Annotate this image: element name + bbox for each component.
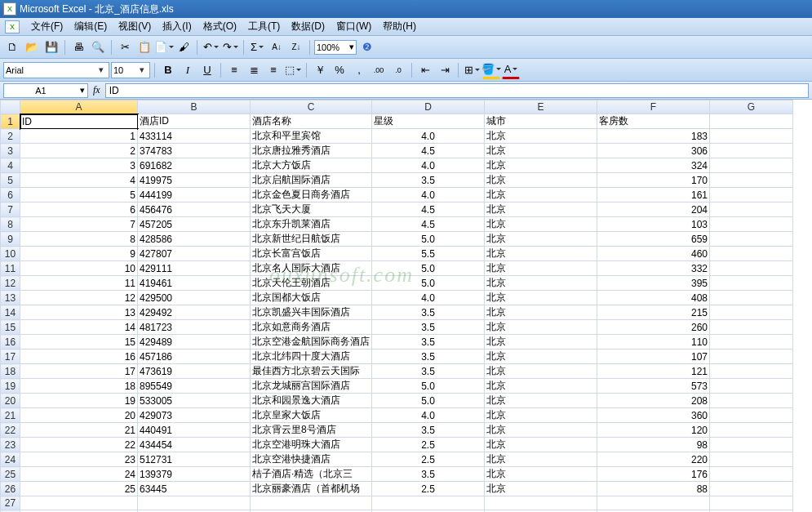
cell[interactable]: 440491 [138, 423, 251, 438]
sort-asc-icon[interactable]: A↓ [268, 38, 286, 56]
cell[interactable]: 434454 [138, 438, 251, 452]
fill-color-icon[interactable]: 🪣 [482, 61, 500, 79]
cell[interactable]: 19 [20, 394, 138, 408]
cell[interactable] [710, 452, 793, 467]
cell[interactable]: 573 [597, 379, 710, 394]
cell[interactable]: 北京 [485, 467, 597, 482]
underline-button[interactable]: U [198, 61, 216, 79]
cell[interactable]: 5.5 [372, 247, 485, 261]
align-right-icon[interactable]: ≡ [264, 61, 282, 79]
cell[interactable]: 456476 [138, 203, 251, 217]
cell[interactable]: 北京空港金航国际商务酒店 [251, 335, 372, 349]
cell[interactable] [710, 173, 793, 188]
cell[interactable] [710, 482, 793, 496]
undo-icon[interactable]: ↶ [202, 38, 220, 56]
chevron-down-icon[interactable]: ▾ [78, 85, 87, 96]
row-header[interactable]: 12 [1, 276, 20, 291]
menu-item[interactable]: 数据(D) [286, 18, 330, 35]
cell[interactable] [710, 349, 793, 364]
cell[interactable]: 4.5 [372, 203, 485, 217]
cell[interactable] [485, 496, 597, 510]
increase-decimal-icon[interactable]: .00 [370, 61, 388, 79]
cell[interactable]: 北京 [485, 129, 597, 144]
cell[interactable]: 176 [597, 467, 710, 482]
cell[interactable]: 北京长富宫饭店 [251, 247, 372, 261]
cell[interactable] [710, 320, 793, 335]
align-center-icon[interactable]: ≣ [245, 61, 263, 79]
cell[interactable]: 12 [20, 291, 138, 305]
chevron-down-icon[interactable]: ▾ [136, 65, 148, 75]
cell[interactable]: 北京北纬四十度大酒店 [251, 349, 372, 364]
cell[interactable]: 北京 [485, 349, 597, 364]
cell[interactable]: 4 [20, 173, 138, 188]
cell[interactable]: 北京 [485, 232, 597, 247]
align-left-icon[interactable]: ≡ [225, 61, 243, 79]
cell[interactable] [710, 188, 793, 203]
cell[interactable]: 107 [597, 349, 710, 364]
cell[interactable]: 北京 [485, 291, 597, 305]
cell[interactable]: 3.5 [372, 467, 485, 482]
cell[interactable]: 北京 [485, 379, 597, 394]
cell[interactable]: 北京 [485, 423, 597, 438]
cell[interactable]: 北京丽豪酒店（首都机场 [251, 482, 372, 496]
font-size-combo[interactable]: ▾ [111, 62, 150, 78]
chevron-down-icon[interactable]: ▾ [95, 65, 107, 75]
cell[interactable]: 北京 [485, 158, 597, 173]
percent-icon[interactable]: % [331, 61, 348, 79]
cell[interactable]: 5.0 [372, 394, 485, 408]
cell[interactable]: 3.5 [372, 320, 485, 335]
cell[interactable]: 桔子酒店·精选（北京三 [251, 467, 372, 482]
cell[interactable] [710, 394, 793, 408]
cell[interactable]: 2.5 [372, 452, 485, 467]
cell[interactable]: 北京 [485, 247, 597, 261]
cell[interactable]: 北京龙城丽宫国际酒店 [251, 379, 372, 394]
cell[interactable]: 3.5 [372, 173, 485, 188]
cell[interactable] [251, 496, 372, 510]
cell[interactable]: 北京凯盛兴丰国际酒店 [251, 305, 372, 320]
zoom-combo[interactable]: ▾ [314, 40, 357, 55]
cell[interactable]: 北京如意商务酒店 [251, 320, 372, 335]
name-box[interactable]: ▾ [3, 83, 88, 98]
cell[interactable]: 533005 [138, 394, 251, 408]
cell[interactable]: 北京唐拉雅秀酒店 [251, 144, 372, 158]
cell[interactable]: 21 [20, 423, 138, 438]
column-header[interactable]: F [597, 100, 710, 114]
borders-icon[interactable]: ⊞ [463, 61, 481, 79]
font-color-icon[interactable]: A [502, 61, 520, 79]
preview-icon[interactable]: 🔍 [89, 38, 107, 56]
row-header[interactable]: 18 [1, 364, 20, 379]
cell[interactable] [710, 276, 793, 291]
format-painter-icon[interactable]: 🖌 [175, 38, 193, 56]
cell[interactable]: 北京空港快捷酒店 [251, 452, 372, 467]
cell[interactable] [710, 467, 793, 482]
cell[interactable] [710, 335, 793, 349]
cell[interactable]: 北京国都大饭店 [251, 291, 372, 305]
cell[interactable]: 161 [597, 188, 710, 203]
row-header[interactable]: 16 [1, 335, 20, 349]
row-header[interactable]: 6 [1, 188, 20, 203]
cell[interactable]: 7 [20, 217, 138, 232]
cell[interactable]: 北京和园景逸大酒店 [251, 394, 372, 408]
cell[interactable]: 139379 [138, 467, 251, 482]
row-header[interactable]: 20 [1, 394, 20, 408]
cell[interactable]: 北京 [485, 276, 597, 291]
cell[interactable] [710, 129, 793, 144]
cell[interactable]: 最佳西方北京碧云天国际 [251, 364, 372, 379]
cell[interactable]: 13 [20, 305, 138, 320]
fx-icon[interactable]: fx [93, 84, 100, 96]
cell[interactable] [710, 423, 793, 438]
cell[interactable]: 5.0 [372, 379, 485, 394]
cell[interactable]: 103 [597, 217, 710, 232]
column-header[interactable]: D [372, 100, 485, 114]
cell[interactable] [710, 305, 793, 320]
font-size-input[interactable] [113, 65, 136, 75]
cell[interactable]: 110 [597, 335, 710, 349]
cell[interactable]: 457186 [138, 349, 251, 364]
cell[interactable]: 北京新世纪日航饭店 [251, 232, 372, 247]
cell[interactable]: 4.0 [372, 188, 485, 203]
select-all-corner[interactable] [1, 100, 20, 114]
row-header[interactable]: 26 [1, 482, 20, 496]
cell[interactable]: 3.5 [372, 364, 485, 379]
cell[interactable]: 17 [20, 364, 138, 379]
cell[interactable]: 18 [20, 379, 138, 394]
